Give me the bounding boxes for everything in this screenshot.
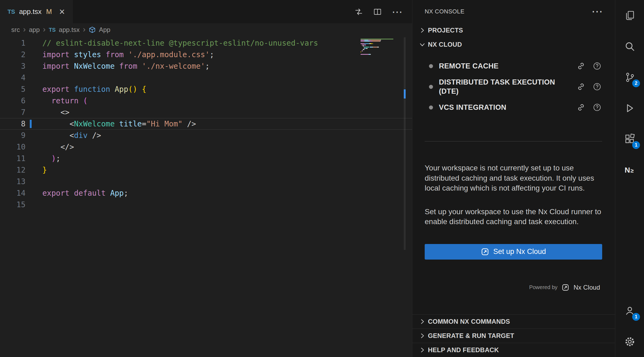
activity-item-settings[interactable] [615, 326, 644, 357]
breadcrumb-item-app[interactable]: app [29, 26, 40, 34]
code-area[interactable]: 1// eslint-disable-next-line @typescript… [0, 37, 412, 210]
connect-icon[interactable] [576, 61, 586, 71]
minimap[interactable] [361, 38, 404, 56]
section-label: PROJECTS [428, 27, 463, 34]
code-text[interactable]: export default App; [42, 187, 128, 199]
activity-item-run-debug[interactable] [615, 93, 644, 123]
gutter [25, 95, 42, 107]
line-number: 8 [0, 118, 25, 130]
code-line[interactable]: 14export default App; [0, 187, 412, 199]
gutter [25, 199, 42, 210]
workspace-status-text: Your workspace is not currently set up t… [425, 163, 602, 193]
nx-cloud-item-label: VCS INTEGRATION [439, 103, 506, 112]
activity-item-explorer[interactable] [615, 0, 644, 31]
git-modified-badge: M [46, 8, 52, 16]
status-dot-icon [429, 64, 433, 68]
line-number: 1 [0, 37, 25, 49]
line-number: 10 [0, 141, 25, 153]
section-help-and-feedback[interactable]: HELP AND FEEDBACK [412, 343, 615, 357]
code-line[interactable]: 1// eslint-disable-next-line @typescript… [0, 37, 412, 49]
more-actions-icon[interactable]: ⋯ [392, 9, 402, 14]
nx-cloud-logo-icon [481, 248, 489, 256]
section-common-nx-commands[interactable]: COMMON NX COMMANDS [412, 314, 615, 329]
code-line[interactable]: 9 <div /> [0, 130, 412, 141]
nx-cloud-item[interactable]: REMOTE CACHE [412, 58, 615, 74]
code-editor[interactable]: 1// eslint-disable-next-line @typescript… [0, 36, 412, 357]
powered-by-row: Powered by Nx Cloud [412, 284, 615, 291]
chevron-right-icon [418, 318, 426, 326]
activity-item-source-control[interactable]: 2 [615, 62, 644, 93]
scrollbar[interactable] [404, 37, 406, 250]
breadcrumb-item-app-symbol[interactable]: App [99, 26, 110, 34]
gutter [25, 60, 42, 72]
code-line[interactable]: 11 ); [0, 153, 412, 164]
breadcrumb-item-app-tsx[interactable]: app.tsx [59, 26, 80, 34]
help-icon[interactable] [593, 61, 602, 71]
activity-item-nx-console[interactable]: N≥ [615, 154, 644, 185]
help-icon[interactable] [593, 103, 602, 112]
status-dot-icon [429, 85, 433, 89]
panel-header: NX CONSOLE ⋯ [412, 0, 615, 23]
gutter [25, 141, 42, 153]
code-text[interactable]: ); [42, 153, 60, 164]
code-line[interactable]: 7 <> [0, 107, 412, 118]
chevron-right-icon: › [23, 25, 26, 33]
run-debug-icon [624, 103, 635, 114]
code-text[interactable]: <> [42, 107, 69, 118]
more-actions-icon[interactable]: ⋯ [591, 9, 603, 14]
section-label: NX CLOUD [428, 41, 462, 48]
split-editor-icon[interactable] [373, 7, 382, 16]
activity-bar-spacer [615, 185, 644, 295]
line-number: 14 [0, 187, 25, 199]
code-line[interactable]: 8 <NxWelcome title="Hi Mom" /> [0, 118, 412, 130]
code-text[interactable]: import NxWelcome from './nx-welcome'; [42, 60, 210, 72]
code-text[interactable]: import styles from './app.module.css'; [42, 49, 214, 60]
gutter [25, 83, 42, 95]
breadcrumb-item-src[interactable]: src [11, 26, 20, 34]
setup-nx-cloud-button[interactable]: Set up Nx Cloud [425, 244, 602, 260]
code-line[interactable]: 3import NxWelcome from './nx-welcome'; [0, 60, 412, 72]
code-line[interactable]: 13 [0, 176, 412, 187]
code-text[interactable]: <NxWelcome title="Hi Mom" /> [42, 118, 196, 130]
section-nx-cloud[interactable]: NX CLOUD [412, 37, 615, 52]
nx-cloud-logo-icon [562, 284, 569, 291]
line-number: 7 [0, 107, 25, 118]
tab-app-tsx[interactable]: TS app.tsx M × [0, 0, 73, 23]
code-line[interactable]: 12} [0, 164, 412, 176]
vscode-window: TS app.tsx M × ⋯ src › app › TS app.tsx … [0, 0, 644, 357]
connect-icon[interactable] [576, 82, 586, 91]
svg-text:N: N [624, 166, 630, 174]
activity-item-extensions[interactable]: 1 [615, 123, 644, 154]
code-text[interactable]: // eslint-disable-next-line @typescript-… [42, 37, 318, 49]
code-line[interactable]: 5export function App() { [0, 83, 412, 95]
help-icon[interactable] [593, 82, 602, 91]
code-text[interactable]: } [42, 164, 47, 176]
chevron-right-icon: › [83, 25, 86, 33]
activity-item-search[interactable] [615, 31, 644, 62]
nx-cloud-item[interactable]: VCS INTEGRATION [412, 99, 615, 115]
code-line[interactable]: 6 return ( [0, 95, 412, 107]
section-projects[interactable]: PROJECTS [412, 23, 615, 37]
activity-item-accounts[interactable]: 1 [615, 295, 644, 326]
chevron-right-icon: › [43, 25, 46, 33]
connect-icon[interactable] [576, 103, 586, 112]
gutter [25, 49, 42, 60]
code-line[interactable]: 4 [0, 72, 412, 83]
open-changes-icon[interactable] [354, 7, 363, 16]
code-text[interactable]: return ( [42, 95, 88, 107]
code-text[interactable]: export function App() { [42, 83, 146, 95]
code-line[interactable]: 15 [0, 199, 412, 210]
section-generate-run-target[interactable]: GENERATE & RUN TARGET [412, 329, 615, 343]
section-label: HELP AND FEEDBACK [428, 346, 499, 354]
nx-cloud-item[interactable]: DISTRIBUTED TASK EXECUTION (DTE) [412, 74, 615, 99]
chevron-right-icon [418, 332, 426, 340]
tab-title: app.tsx [19, 8, 42, 16]
code-text[interactable]: </> [42, 141, 74, 153]
nx-console-panel: NX CONSOLE ⋯ PROJECTS NX CLOUD REMOTE CA… [412, 0, 615, 357]
close-icon[interactable]: × [59, 7, 65, 17]
code-text[interactable]: <div /> [42, 130, 101, 141]
code-line[interactable]: 10 </> [0, 141, 412, 153]
collapsed-sections: COMMON NX COMMANDSGENERATE & RUN TARGETH… [412, 314, 615, 357]
code-line[interactable]: 2import styles from './app.module.css'; [0, 49, 412, 60]
overview-ruler-modified-marker [404, 89, 406, 99]
